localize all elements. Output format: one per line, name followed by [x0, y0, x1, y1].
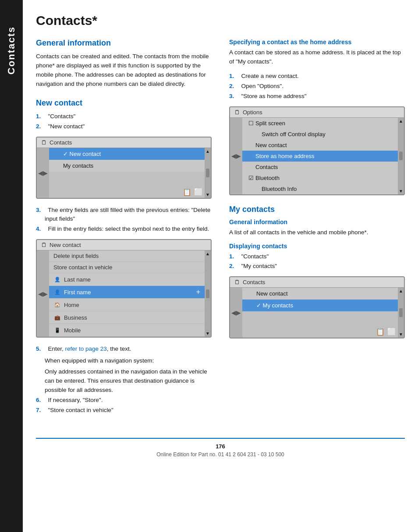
- nav-left-options[interactable]: ◀▶: [230, 118, 242, 194]
- right-column: Specifying a contact as the home address…: [229, 39, 405, 425]
- contacts-options-row[interactable]: Contacts: [242, 162, 398, 173]
- business-row[interactable]: 💼 Business: [49, 311, 205, 324]
- first-name-icon: 👤: [53, 288, 61, 296]
- new-contact-steps: 1. "Contacts" 2. "New contact": [36, 112, 212, 131]
- new-contact-options-row[interactable]: New contact: [242, 140, 398, 151]
- my-contacts-heading: My contacts: [229, 205, 405, 214]
- options-screen: 🗒 Options ◀▶ Split screen: [229, 106, 405, 195]
- bluetooth-row[interactable]: Bluetooth: [242, 173, 398, 183]
- store-contact-row[interactable]: Store contact in vehicle: [49, 262, 205, 273]
- delete-input-fields-row[interactable]: Delete input fields: [49, 250, 205, 262]
- contacts-icon: 🗒: [41, 139, 47, 146]
- screen3-scrollbar[interactable]: ▲ ▼: [398, 288, 404, 338]
- step-1: 1. "Contacts": [36, 112, 212, 121]
- left-column: General information Contacts can be crea…: [36, 39, 212, 425]
- screen1-row-my-contacts[interactable]: My contacts: [49, 160, 205, 172]
- displaying-contacts-heading: Displaying contacts: [229, 243, 405, 250]
- sidebar-label: Contacts: [6, 26, 17, 74]
- first-name-plus[interactable]: +: [196, 288, 200, 296]
- screen2-header: 🗒 New contact: [37, 240, 211, 250]
- business-icon: 💼: [53, 314, 61, 321]
- sidebar: Contacts: [0, 0, 23, 532]
- screen3-new-contact[interactable]: New contact: [242, 288, 398, 299]
- steps-5-7: 5. Enter, refer to page 23, the text. Wh…: [36, 345, 212, 415]
- screen1-icon-box: ⬜: [194, 188, 203, 196]
- footer-text: Online Edition for Part no. 01 41 2 604 …: [156, 451, 284, 458]
- contacts-screen-1: 🗒 Contacts ◀▶ ✓ New contact My contacts: [36, 137, 212, 199]
- mobile-row[interactable]: 📱 Mobile: [49, 324, 205, 337]
- home-row[interactable]: 🏠 Home: [49, 299, 205, 311]
- ha-step-2: 2. Open "Options".: [229, 82, 405, 91]
- last-name-icon: 👤: [53, 275, 61, 283]
- screen1-header: 🗒 Contacts: [37, 137, 211, 148]
- step-4: 4. Fill in the entry fields: select the …: [36, 225, 212, 234]
- my-contacts-screen: 🗒 Contacts ◀▶ New contact ✓ My contacts: [229, 276, 405, 338]
- page23-link[interactable]: refer to page 23: [65, 345, 107, 352]
- screen2-header-label: New contact: [50, 242, 81, 248]
- displaying-steps: 1. "Contacts" 2. "My contacts": [229, 252, 405, 271]
- screen3-header: 🗒 Contacts: [230, 277, 404, 288]
- first-name-row[interactable]: 👤 First name +: [49, 286, 205, 299]
- switch-off-row[interactable]: Switch off Control display: [242, 129, 398, 140]
- bluetooth-checkbox[interactable]: [248, 175, 254, 181]
- page-footer: 176 Online Edition for Part no. 01 41 2 …: [36, 438, 405, 458]
- split-screen-row[interactable]: Split screen: [242, 118, 398, 129]
- nav-left[interactable]: ◀▶: [37, 148, 49, 198]
- options-screen-header: 🗒 Options: [230, 107, 404, 118]
- screen1-row-new-contact[interactable]: ✓ New contact: [49, 148, 205, 160]
- screen3-my-contacts[interactable]: ✓ My contacts: [242, 299, 398, 311]
- screen3-header-label: Contacts: [243, 279, 265, 285]
- nav-left-3[interactable]: ◀▶: [230, 288, 242, 338]
- home-icon: 🏠: [53, 301, 61, 309]
- step5-nav-text: Only addresses contained in the navigati…: [45, 367, 212, 395]
- screen3-icon-files: 📋: [376, 328, 385, 336]
- options-header-label: Options: [243, 109, 262, 116]
- split-screen-checkbox[interactable]: [248, 120, 254, 127]
- step-7: 7. "Store contact in vehicle": [36, 406, 212, 415]
- steps-3-4: 3. The entry fields are still filled wit…: [36, 206, 212, 234]
- page-title: Contacts*: [36, 13, 405, 28]
- my-contacts-general-heading: General information: [229, 218, 405, 225]
- disp-step-1: 1. "Contacts": [229, 252, 405, 261]
- home-address-heading: Specifying a contact as the home address: [229, 39, 405, 46]
- options-icon: 🗒: [234, 109, 240, 116]
- screen1-scrollbar[interactable]: ▲ ▼: [205, 148, 211, 198]
- options-scrollbar[interactable]: ▲ ▼: [398, 118, 404, 194]
- home-address-body: A contact can be stored as a home addres…: [229, 48, 405, 67]
- step-5: 5. Enter, refer to page 23, the text. Wh…: [36, 345, 212, 395]
- home-address-steps: 1. Create a new contact. 2. Open "Option…: [229, 72, 405, 101]
- store-home-address-row[interactable]: Store as home address: [242, 151, 398, 162]
- step-6: 6. If necessary, "Store".: [36, 396, 212, 405]
- step-2: 2. "New contact": [36, 122, 212, 131]
- disp-step-2: 2. "My contacts": [229, 262, 405, 271]
- ha-step-1: 1. Create a new contact.: [229, 72, 405, 81]
- my-contacts-general-body: A list of all contacts in the vehicle an…: [229, 228, 405, 237]
- ha-step-3: 3. "Store as home address": [229, 92, 405, 101]
- general-info-body: Contacts can be created and edited. The …: [36, 52, 212, 89]
- mobile-icon: 📱: [53, 326, 61, 334]
- page-number: 176: [216, 443, 225, 450]
- newcontact-icon: 🗒: [41, 242, 47, 248]
- new-contact-screen: 🗒 New contact ◀▶ Delete input fields: [36, 239, 212, 338]
- new-contact-heading: New contact: [36, 99, 212, 108]
- screen1-header-label: Contacts: [50, 139, 72, 146]
- nav-left-2[interactable]: ◀▶: [37, 250, 49, 337]
- bluetooth-info-row[interactable]: Bluetooth Info: [242, 183, 398, 194]
- screen2-scrollbar[interactable]: ▲ ▼: [205, 250, 211, 337]
- general-info-heading: General information: [36, 39, 212, 48]
- contacts-icon-3: 🗒: [234, 279, 240, 285]
- screen3-icon-box: ⬜: [387, 328, 396, 336]
- screen1-icon-files: 📋: [183, 188, 191, 196]
- last-name-row[interactable]: 👤 Last name: [49, 273, 205, 286]
- step-3: 3. The entry fields are still filled wit…: [36, 206, 212, 224]
